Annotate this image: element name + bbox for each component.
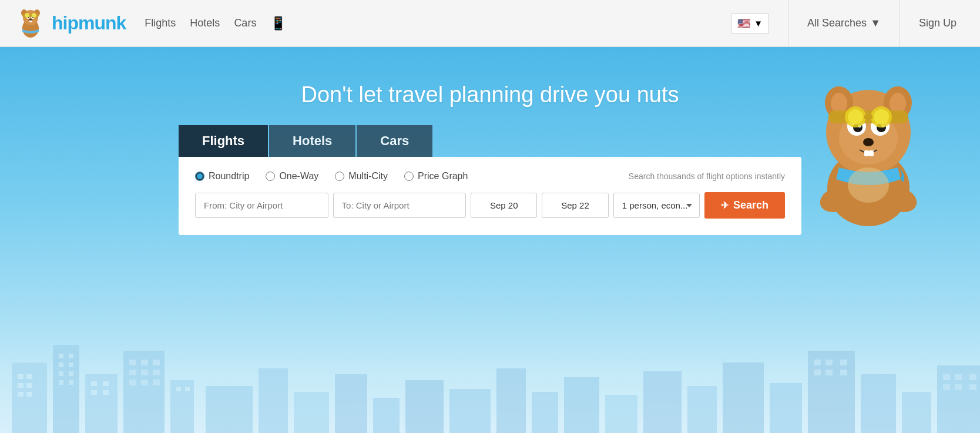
mobile-icon[interactable]: 📱 [270,16,286,31]
sign-up-button[interactable]: Sign Up [909,17,966,29]
search-button[interactable]: ✈ Search [704,192,785,219]
trip-type-row: Roundtrip One-Way Multi-City Price Graph… [195,171,785,182]
search-button-label: Search [733,199,768,212]
logo-text[interactable]: hipmunk [52,12,126,34]
language-selector[interactable]: 🇺🇸 ▼ [731,13,769,34]
svg-rect-65 [129,360,136,365]
svg-rect-67 [153,360,160,365]
svg-rect-60 [91,381,97,386]
nav-flights[interactable]: Flights [145,17,176,29]
oneway-label: One-Way [279,171,318,182]
hero-section: Don't let travel planning drive you nuts… [0,47,980,433]
nav-cars[interactable]: Cars [234,17,256,29]
svg-rect-69 [141,370,148,375]
pricegraph-radio[interactable] [404,172,414,181]
trip-type-multicity[interactable]: Multi-City [335,171,388,182]
search-tabs: Flights Hotels Cars [179,125,801,157]
search-panel: Flights Hotels Cars Roundtrip One-Way Mu… [167,125,813,235]
header-divider-2 [900,0,900,47]
svg-point-38 [863,138,874,146]
cityscape [0,315,980,433]
svg-rect-51 [59,354,63,358]
depart-date-input[interactable] [471,193,537,218]
passengers-container: 1 person, econ... 2 persons, economy 1 p… [613,193,700,218]
svg-rect-102 [943,374,950,380]
passengers-select[interactable]: 1 person, econ... 2 persons, economy 1 p… [613,193,700,218]
from-input[interactable] [195,193,328,218]
svg-rect-55 [59,371,63,376]
svg-rect-104 [969,374,976,380]
svg-rect-84 [496,368,526,433]
svg-point-41 [848,167,889,203]
header-right: 🇺🇸 ▼ All Searches ▼ Sign Up [731,0,966,47]
svg-rect-77 [206,386,253,433]
svg-rect-66 [141,360,148,365]
roundtrip-radio[interactable] [195,172,204,181]
svg-point-14 [29,18,32,20]
oneway-radio[interactable] [266,172,275,181]
svg-rect-46 [18,383,24,388]
multicity-label: Multi-City [348,171,388,182]
svg-rect-73 [153,380,160,385]
nav-hotels[interactable]: Hotels [190,17,220,29]
svg-rect-90 [723,362,764,433]
svg-rect-68 [129,370,136,375]
svg-rect-45 [26,374,32,379]
svg-rect-105 [943,384,950,390]
svg-rect-94 [825,360,833,365]
svg-rect-53 [59,362,63,367]
search-fields-row: 1 person, econ... 2 persons, economy 1 p… [195,192,785,219]
svg-rect-48 [18,392,24,397]
svg-rect-47 [26,383,32,388]
svg-rect-93 [814,360,821,365]
svg-rect-107 [969,384,976,390]
tab-hotels[interactable]: Hotels [269,125,355,157]
svg-rect-81 [373,398,400,433]
from-field-container [195,193,328,218]
svg-rect-59 [85,374,118,433]
svg-point-13 [32,14,36,17]
svg-rect-100 [902,392,931,433]
multicity-radio[interactable] [335,172,344,181]
svg-rect-85 [532,392,558,433]
to-input[interactable] [333,193,466,218]
svg-rect-61 [103,381,109,386]
return-date-input[interactable] [542,193,608,218]
svg-rect-37 [864,115,872,119]
search-box: Roundtrip One-Way Multi-City Price Graph… [179,157,801,235]
trip-type-oneway[interactable]: One-Way [266,171,318,182]
svg-rect-76 [185,387,190,391]
svg-point-36 [874,109,889,125]
svg-rect-70 [153,370,160,375]
svg-rect-40 [869,150,874,156]
svg-rect-49 [26,392,32,397]
mascot-hero [804,65,933,217]
svg-rect-97 [825,370,833,375]
svg-rect-82 [405,380,444,433]
svg-rect-57 [59,380,63,385]
header-divider [788,0,788,47]
svg-rect-43 [12,362,47,433]
svg-rect-86 [564,377,599,433]
trip-type-pricegraph[interactable]: Price Graph [404,171,468,182]
svg-rect-74 [170,380,194,433]
svg-rect-63 [103,390,109,395]
svg-rect-44 [18,374,24,379]
logo-area: hipmunk [14,7,126,40]
chevron-down-icon: ▼ [754,18,763,28]
svg-rect-80 [335,374,367,433]
header: hipmunk Flights Hotels Cars 📱 🇺🇸 ▼ All S… [0,0,980,47]
svg-rect-15 [29,21,31,22]
trip-type-roundtrip[interactable]: Roundtrip [195,171,249,182]
all-searches-button[interactable]: All Searches ▼ [798,17,890,29]
svg-rect-83 [449,389,491,433]
depart-date-container [471,193,537,218]
svg-rect-54 [69,362,73,367]
search-hint: Search thousands of flight options insta… [629,172,785,181]
svg-rect-56 [69,371,73,376]
tab-flights[interactable]: Flights [179,125,268,157]
svg-rect-58 [69,380,73,385]
tab-cars[interactable]: Cars [357,125,432,157]
svg-rect-103 [955,374,962,380]
svg-rect-78 [259,368,288,433]
